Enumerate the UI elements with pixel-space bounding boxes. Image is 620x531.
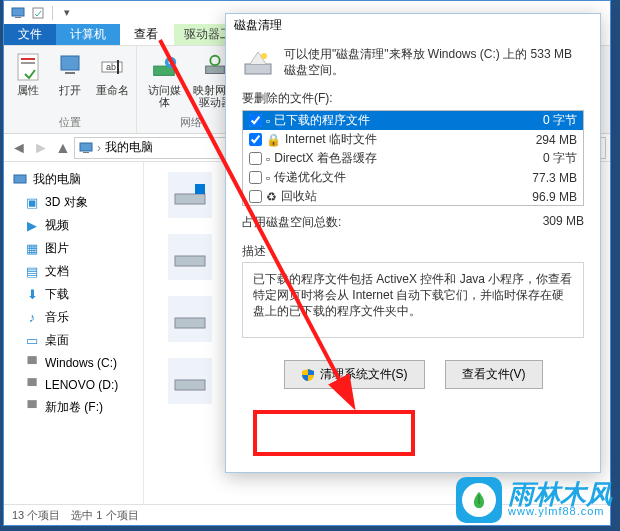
tree-item[interactable]: ▀Windows (C:) (4, 352, 143, 374)
tree-item[interactable]: ⬇下载 (4, 283, 143, 306)
tree-item[interactable]: ♪音乐 (4, 306, 143, 329)
file-list[interactable]: ▫ 已下载的程序文件 0 字节 🔒 Internet 临时文件 294 MB ▫… (242, 110, 584, 206)
qa-dropdown-icon[interactable]: ▾ (57, 4, 77, 22)
svg-rect-6 (61, 56, 79, 70)
pc-icon (79, 142, 93, 154)
svg-rect-1 (15, 17, 21, 18)
dialog-title: 磁盘清理 (226, 14, 600, 36)
nav-tree: 我的电脑 ▣3D 对象 ▶视频 ▦图片 ▤文档 ⬇下载 ♪音乐 ▭桌面 ▀Win… (4, 162, 144, 504)
tree-item[interactable]: ▦图片 (4, 237, 143, 260)
view-files-button[interactable]: 查看文件(V) (445, 360, 543, 389)
drive-item[interactable] (168, 296, 212, 342)
svg-rect-5 (21, 62, 35, 64)
file-checkbox[interactable] (249, 171, 262, 184)
drive-clean-icon (242, 46, 274, 78)
pc-icon (12, 172, 28, 188)
cube-icon: ▣ (24, 195, 40, 211)
file-checkbox[interactable] (249, 190, 262, 203)
file-row[interactable]: ▫ 已下载的程序文件 0 字节 (243, 111, 583, 130)
drive-item[interactable] (168, 172, 212, 218)
drive-icon: ▀ (24, 400, 40, 416)
properties-button[interactable]: 属性 (10, 50, 46, 96)
props-qa-icon[interactable] (28, 4, 48, 22)
tree-item[interactable]: ▭桌面 (4, 329, 143, 352)
desktop-icon: ▭ (24, 333, 40, 349)
svg-rect-10 (117, 60, 119, 74)
up-button[interactable]: ▲ (52, 137, 74, 159)
forward-button[interactable]: ► (30, 137, 52, 159)
file-icon: ▫ (266, 171, 270, 185)
svg-rect-15 (80, 143, 92, 151)
svg-rect-17 (14, 175, 26, 183)
dialog-description: 可以使用"磁盘清理"来释放 Windows (C:) 上的 533 MB 磁盘空… (242, 46, 584, 78)
svg-text:ab: ab (106, 62, 116, 72)
file-row[interactable]: 🔒 Internet 临时文件 294 MB (243, 130, 583, 149)
svg-rect-0 (12, 8, 24, 16)
svg-rect-7 (65, 72, 75, 74)
desc-text: 已下载的程序文件包括 ActiveX 控件和 Java 小程序，你查看特定网页时… (242, 262, 584, 338)
download-icon: ⬇ (24, 287, 40, 303)
svg-rect-19 (195, 184, 205, 194)
tab-computer[interactable]: 计算机 (56, 24, 120, 45)
svg-rect-22 (175, 380, 205, 390)
file-checkbox[interactable] (249, 152, 262, 165)
drive-icon: ▀ (24, 355, 40, 371)
desc-label: 描述 (242, 243, 584, 260)
file-row[interactable]: ♻ 回收站 96.9 MB (243, 187, 583, 206)
tab-file[interactable]: 文件 (4, 24, 56, 45)
open-button[interactable]: 打开 (52, 50, 88, 96)
properties-icon (14, 50, 42, 84)
file-icon: ▫ (266, 114, 270, 128)
tab-view[interactable]: 查看 (120, 24, 172, 45)
media-icon (150, 50, 178, 84)
ribbon-group-location: 属性 打开 ab 重命名 位置 (4, 46, 137, 133)
file-list-label: 要删除的文件(F): (242, 90, 584, 107)
tree-item[interactable]: ▶视频 (4, 214, 143, 237)
svg-rect-2 (33, 8, 43, 18)
svg-point-14 (210, 56, 219, 65)
clean-system-files-button[interactable]: 清理系统文件(S) (284, 360, 425, 389)
lock-icon: 🔒 (266, 133, 281, 147)
svg-rect-4 (21, 58, 35, 60)
tree-root[interactable]: 我的电脑 (4, 168, 143, 191)
logo-badge-icon (456, 477, 502, 523)
file-row[interactable]: ▫ DirectX 着色器缓存 0 字节 (243, 149, 583, 168)
pc-icon (8, 4, 28, 22)
rename-icon: ab (98, 50, 126, 84)
tree-item[interactable]: ▀LENOVO (D:) (4, 374, 143, 396)
back-button[interactable]: ◄ (8, 137, 30, 159)
svg-rect-20 (175, 256, 205, 266)
drive-item[interactable] (168, 358, 212, 404)
open-icon (56, 50, 84, 84)
video-icon: ▶ (24, 218, 40, 234)
tree-item[interactable]: ▤文档 (4, 260, 143, 283)
shield-icon (301, 368, 315, 382)
picture-icon: ▦ (24, 241, 40, 257)
svg-rect-18 (175, 194, 205, 204)
total-row: 占用磁盘空间总数: 309 MB (242, 214, 584, 231)
svg-rect-21 (175, 318, 205, 328)
file-checkbox[interactable] (249, 133, 262, 146)
document-icon: ▤ (24, 264, 40, 280)
disk-cleanup-dialog: 磁盘清理 可以使用"磁盘清理"来释放 Windows (C:) 上的 533 M… (225, 13, 601, 473)
tree-item[interactable]: ▀新加卷 (F:) (4, 396, 143, 419)
drive-item[interactable] (168, 234, 212, 280)
file-row[interactable]: ▫ 传递优化文件 77.3 MB (243, 168, 583, 187)
svg-rect-16 (83, 152, 89, 153)
recycle-icon: ♻ (266, 190, 277, 204)
file-icon: ▫ (266, 152, 270, 166)
tree-item[interactable]: ▣3D 对象 (4, 191, 143, 214)
rename-button[interactable]: ab 重命名 (94, 50, 130, 96)
svg-rect-13 (206, 66, 225, 73)
file-checkbox[interactable] (249, 114, 262, 127)
drive-icon: ▀ (24, 377, 40, 393)
svg-point-24 (261, 53, 267, 59)
logo-watermark: 雨林木风 www.ylmf88.com (456, 477, 612, 523)
svg-rect-23 (245, 64, 271, 74)
music-icon: ♪ (24, 310, 40, 326)
access-media-button[interactable]: 访问媒体 (143, 50, 185, 108)
